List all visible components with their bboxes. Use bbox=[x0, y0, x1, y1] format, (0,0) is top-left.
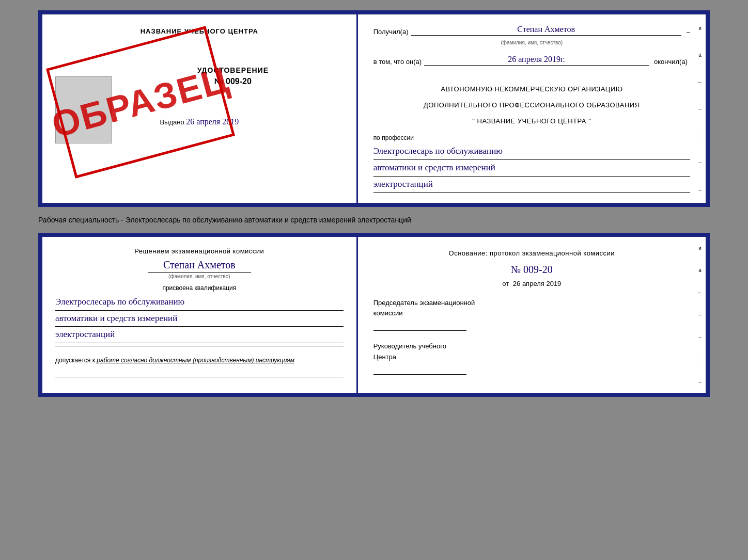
in-that-label: в том, что он(а) bbox=[373, 58, 422, 66]
in-that-line: в том, что он(а) 26 апреля 2019г. окончи… bbox=[373, 55, 690, 66]
issued-label: Выдано bbox=[160, 118, 184, 126]
qual-line1: Электрослесарь по обслуживанию bbox=[55, 294, 344, 311]
received-name: Степан Ахметов bbox=[517, 25, 575, 34]
org-line3: " НАЗВАНИЕ УЧЕБНОГО ЦЕНТРА " bbox=[373, 116, 690, 127]
fio-small-top: (фамилия, имя, отчество) bbox=[373, 40, 690, 45]
director-label2: Центра bbox=[373, 352, 690, 363]
bottom-booklet: Решением экзаменационной комиссии Степан… bbox=[38, 233, 710, 397]
chairman-block: Председатель экзаменационной комиссии bbox=[373, 298, 690, 331]
received-label: Получил(а) bbox=[373, 28, 409, 36]
doc-number: № 009-20 bbox=[122, 77, 344, 86]
bottom-left: Решением экзаменационной комиссии Степан… bbox=[42, 237, 358, 393]
profession-line3: электростанций bbox=[373, 177, 690, 193]
bottom-right-edge-deco: и а ← – – – – bbox=[694, 237, 706, 393]
org-line2: ДОПОЛНИТЕЛЬНОГО ПРОФЕССИОНАЛЬНОГО ОБРАЗО… bbox=[373, 100, 690, 111]
cert-title: НАЗВАНИЕ УЧЕБНОГО ЦЕНТРА bbox=[55, 27, 344, 35]
fio-small-bottom: (фамилия, имя, отчество) bbox=[55, 274, 344, 279]
chairman-label2: комиссии bbox=[373, 308, 690, 319]
date-field: 26 апреля 2019г. bbox=[424, 55, 649, 66]
doc-type: УДОСТОВЕРЕНИЕ bbox=[122, 66, 344, 74]
profession-line1: Электрослесарь по обслуживанию bbox=[373, 143, 690, 160]
protocol-number: № 009-20 bbox=[373, 264, 690, 276]
issued-date: 26 апреля 2019 bbox=[186, 117, 239, 126]
date-line: от 26 апреля 2019 bbox=[373, 280, 690, 287]
completion-date: 26 апреля 2019г. bbox=[508, 55, 565, 63]
profession-line2: автоматики и средств измерений bbox=[373, 160, 690, 177]
profession-label: по профессии bbox=[373, 134, 690, 141]
finished-label: окончил(а) bbox=[654, 58, 688, 66]
допускается-value: работе согласно должностным (производств… bbox=[97, 357, 294, 364]
decision-text: Решением экзаменационной комиссии bbox=[55, 247, 344, 255]
chairman-signature-line bbox=[373, 322, 466, 331]
chairman-label: Председатель экзаменационной bbox=[373, 298, 690, 309]
top-booklet-right: Получил(а) Степан Ахметов – (фамилия, им… bbox=[358, 14, 706, 203]
допускается-text: допускается к работе согласно должностны… bbox=[55, 357, 344, 364]
top-booklet-left: НАЗВАНИЕ УЧЕБНОГО ЦЕНТРА УДОСТОВЕРЕНИЕ №… bbox=[42, 14, 358, 203]
basis-label: Основание: протокол экзаменационной коми… bbox=[373, 247, 690, 259]
caption-text: Рабочая специальность - Электрослесарь п… bbox=[38, 213, 710, 227]
top-booklet: НАЗВАНИЕ УЧЕБНОГО ЦЕНТРА УДОСТОВЕРЕНИЕ №… bbox=[38, 10, 710, 207]
org-line1: АВТОНОМНУЮ НЕКОММЕРЧЕСКУЮ ОРГАНИЗАЦИЮ bbox=[373, 84, 690, 95]
qual-line3: электростанций bbox=[55, 327, 344, 343]
director-label: Руководитель учебного bbox=[373, 341, 690, 352]
received-name-field: Степан Ахметов bbox=[411, 25, 681, 36]
bottom-date: 26 апреля 2019 bbox=[513, 280, 562, 287]
photo-area bbox=[55, 76, 112, 143]
cert-body: УДОСТОВЕРЕНИЕ № 009-20 bbox=[122, 66, 344, 86]
received-line: Получил(а) Степан Ахметов – bbox=[373, 25, 690, 36]
page-wrapper: НАЗВАНИЕ УЧЕБНОГО ЦЕНТРА УДОСТОВЕРЕНИЕ №… bbox=[10, 10, 738, 397]
qualification-label: присвоена квалификация bbox=[55, 284, 344, 292]
bottom-right: Основание: протокол экзаменационной коми… bbox=[358, 237, 706, 393]
допускается-label: допускается к bbox=[55, 357, 95, 364]
director-signature-line bbox=[373, 365, 466, 375]
date-prefix: от bbox=[502, 280, 509, 287]
bottom-name: Степан Ахметов bbox=[55, 259, 344, 271]
right-edge-deco: и а ← – – – – bbox=[694, 14, 706, 203]
qual-line2: автоматики и средств измерений bbox=[55, 311, 344, 327]
director-block: Руководитель учебного Центра bbox=[373, 341, 690, 375]
